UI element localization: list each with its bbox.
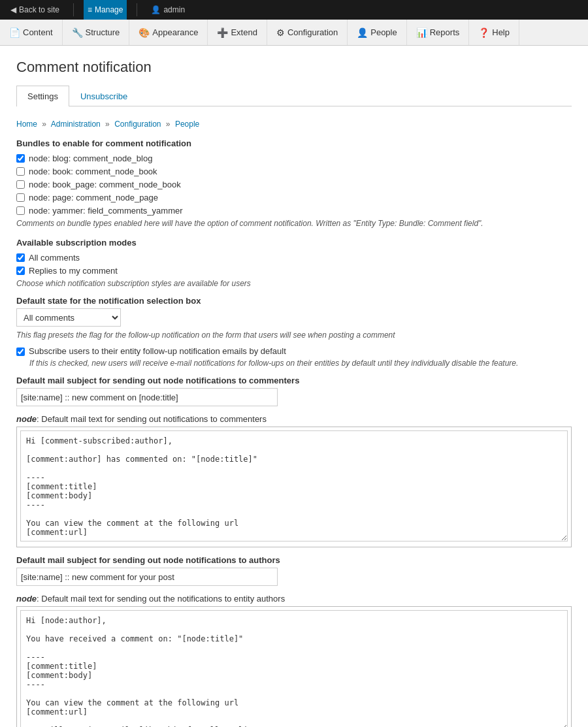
- default-state-select[interactable]: All comments None: [16, 308, 121, 327]
- mail-text-authors-textarea[interactable]: Hi [node:author], You have received a co…: [20, 610, 568, 727]
- bundle-label-4: node: yammer: field_comments_yammer: [29, 206, 183, 216]
- sub-modes-help: Choose which notification subscription s…: [16, 279, 572, 288]
- nav-structure[interactable]: 🔧 Structure: [63, 20, 130, 45]
- breadcrumb-config[interactable]: Configuration: [114, 120, 161, 129]
- separator: [73, 3, 74, 16]
- bundle-checkbox-2[interactable]: [16, 180, 25, 189]
- help-icon: ❓: [478, 27, 489, 38]
- structure-icon: 🔧: [72, 27, 83, 38]
- mail-text-authors-wrapper: Hi [node:author], You have received a co…: [16, 606, 572, 727]
- separator2: [137, 3, 137, 16]
- tabs: Settings Unsubscribe: [16, 86, 572, 106]
- tab-unsubscribe[interactable]: Unsubscribe: [69, 86, 139, 106]
- nav-appearance[interactable]: 🎨 Appearance: [129, 20, 208, 45]
- manage-button[interactable]: ≡ Manage: [84, 0, 127, 20]
- main-nav: 📄 Content 🔧 Structure 🎨 Appearance ➕ Ext…: [0, 20, 588, 46]
- subscription-modes-label: Available subscription modes: [16, 238, 572, 248]
- sub-mode-label-0: All comments: [29, 253, 80, 263]
- extend-icon: ➕: [217, 27, 228, 38]
- bundle-checkbox-0[interactable]: [16, 154, 25, 163]
- back-icon: ◀: [10, 5, 16, 14]
- breadcrumb-home[interactable]: Home: [16, 120, 37, 129]
- sub-mode-label-1: Replies to my comment: [29, 266, 118, 276]
- admin-bar: ◀ Back to site ≡ Manage 👤 admin: [0, 0, 588, 20]
- sub-mode-row-0: All comments: [16, 253, 572, 263]
- breadcrumb-admin[interactable]: Administration: [51, 120, 101, 129]
- mail-text-commenters-wrapper: Hi [comment-subscribed:author], [comment…: [16, 427, 572, 547]
- subscribe-row: Subscribe users to their entity follow-u…: [16, 346, 572, 356]
- config-icon: ⚙: [276, 27, 285, 38]
- nav-extend[interactable]: ➕ Extend: [208, 20, 267, 45]
- user-icon: 👤: [151, 5, 161, 14]
- nav-reports[interactable]: 📊 Reports: [407, 20, 470, 45]
- bundle-label-1: node: book: comment_node_book: [29, 167, 157, 176]
- page-title: Comment notification: [16, 59, 572, 76]
- bundle-row-0: node: blog: comment_node_blog: [16, 153, 572, 163]
- default-state-help: This flag presets the flag for the follo…: [16, 331, 572, 340]
- sub-mode-checkbox-1[interactable]: [16, 267, 25, 275]
- mail-text-authors-label: node: Default mail text for sending out …: [16, 594, 572, 604]
- breadcrumb: Home » Administration » Configuration » …: [16, 120, 572, 129]
- admin-user[interactable]: 👤 admin: [147, 0, 189, 20]
- tab-settings[interactable]: Settings: [16, 86, 69, 106]
- bundle-label-2: node: book_page: comment_node_book: [29, 180, 181, 189]
- mail-text-commenters-label: node: Default mail text for sending out …: [16, 414, 572, 424]
- nav-people[interactable]: 👤 People: [348, 20, 406, 45]
- subscribe-checkbox[interactable]: [16, 347, 25, 356]
- bundle-row-1: node: book: comment_node_book: [16, 167, 572, 176]
- default-state-label: Default state for the notification selec…: [16, 296, 572, 306]
- bundle-label-3: node: page: comment_node_page: [29, 193, 158, 202]
- mail-subject-commenters-label: Default mail subject for sending out nod…: [16, 376, 572, 385]
- bundles-help: Comments on bundle types enabled here wi…: [16, 219, 572, 228]
- bundle-checkbox-1[interactable]: [16, 167, 25, 176]
- sub-mode-row-1: Replies to my comment: [16, 266, 572, 276]
- mail-subject-authors-input[interactable]: [16, 568, 278, 586]
- mail-text-commenters-textarea[interactable]: Hi [comment-subscribed:author], [comment…: [20, 430, 568, 541]
- nav-content[interactable]: 📄 Content: [0, 20, 63, 45]
- bundle-row-4: node: yammer: field_comments_yammer: [16, 206, 572, 216]
- bundle-row-2: node: book_page: comment_node_book: [16, 180, 572, 189]
- bundles-label: Bundles to enable for comment notificati…: [16, 138, 572, 148]
- subscribe-help: If this is checked, new users will recei…: [29, 359, 572, 368]
- menu-icon: ≡: [88, 5, 92, 14]
- bundle-checkbox-3[interactable]: [16, 193, 25, 202]
- nav-configuration[interactable]: ⚙ Configuration: [267, 20, 348, 45]
- bundle-checkbox-4[interactable]: [16, 206, 25, 215]
- subscribe-label: Subscribe users to their entity follow-u…: [29, 346, 286, 356]
- bundle-row-3: node: page: comment_node_page: [16, 193, 572, 202]
- people-icon: 👤: [357, 27, 368, 38]
- nav-help[interactable]: ❓ Help: [469, 20, 519, 45]
- appearance-icon: 🎨: [139, 27, 150, 38]
- mail-subject-commenters-input[interactable]: [16, 388, 278, 406]
- reports-icon: 📊: [416, 27, 427, 38]
- sub-mode-checkbox-0[interactable]: [16, 253, 25, 262]
- back-to-site[interactable]: ◀ Back to site: [7, 0, 63, 20]
- content-icon: 📄: [9, 27, 20, 38]
- mail-subject-authors-label: Default mail subject for sending out nod…: [16, 555, 572, 565]
- breadcrumb-people[interactable]: People: [175, 120, 199, 129]
- bundle-label-0: node: blog: comment_node_blog: [29, 153, 152, 163]
- content-area: Comment notification Settings Unsubscrib…: [0, 46, 588, 727]
